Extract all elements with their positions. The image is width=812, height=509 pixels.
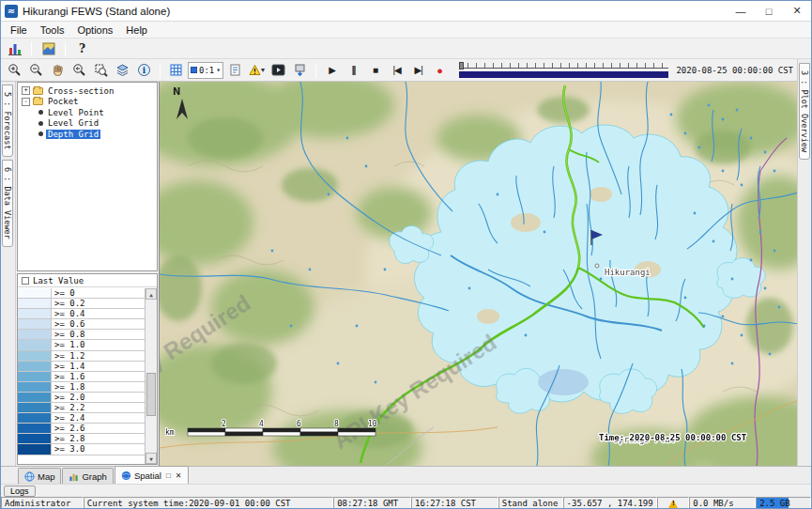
minimize-button[interactable]: — [727, 1, 755, 21]
tab-spatial[interactable]: Spatial □ ✕ [115, 466, 189, 484]
tree-item-pocket[interactable]: - Pocket [18, 97, 157, 108]
zoom-out-button[interactable] [26, 61, 46, 80]
legend-row[interactable]: >= 1.6 [18, 372, 145, 382]
main-toolbar: ? [1, 39, 811, 59]
export-animation-button[interactable] [290, 61, 310, 80]
animation-window-button[interactable] [268, 61, 288, 80]
layers-button[interactable] [113, 61, 132, 80]
thresholds-dropdown-button[interactable]: ▾ [247, 61, 267, 80]
window-title: Hikurangi FEWS (Stand alone) [23, 6, 170, 17]
legend-row[interactable]: >= 2.8 [18, 434, 145, 444]
play-button[interactable]: ▶ [322, 61, 342, 80]
tree-item-level-point[interactable]: Level Point [18, 107, 157, 118]
tab-graph[interactable]: Graph [62, 468, 113, 484]
last-value-checkbox[interactable] [22, 277, 29, 285]
tab-data-viewer[interactable]: 6 : Data Viewer [2, 160, 13, 247]
legend-row[interactable]: >= 2.0 [18, 393, 145, 403]
legend-row[interactable]: >= 1.2 [18, 351, 145, 362]
scroll-down-icon[interactable]: ▼ [146, 453, 157, 464]
zoom-in-button[interactable] [5, 61, 24, 80]
tab-graph-label: Graph [82, 471, 106, 482]
legend-label: >= 2.4 [52, 413, 145, 423]
timeline-handle[interactable] [459, 62, 464, 69]
legend-row[interactable]: >= 0.8 [18, 330, 145, 340]
tree-item-level-grid[interactable]: Level Grid [18, 118, 157, 130]
tree-item-depth-grid[interactable]: Depth Grid [18, 129, 157, 140]
tab-map[interactable]: Map [18, 468, 61, 484]
status-memory[interactable]: 2.5 GB [756, 497, 811, 509]
status-local-time: 16:27:18 CST [411, 497, 498, 509]
legend-label: >= 1.6 [52, 372, 145, 381]
zoom-extent-button[interactable] [91, 61, 111, 80]
tree-item-cross-section[interactable]: + Cross-section [18, 85, 157, 97]
step-forward-icon: ▶| [414, 65, 421, 75]
status-warning-cell[interactable]: ! [657, 497, 689, 509]
expand-icon[interactable]: + [22, 86, 30, 95]
info-button[interactable]: i [134, 61, 154, 80]
legend-row[interactable]: >= 0.2 [18, 299, 145, 309]
toolbar-separator [65, 41, 66, 56]
legend-row[interactable]: >= 0.6 [18, 319, 145, 330]
map-display-button[interactable] [38, 39, 58, 58]
chevron-down-icon: ▾ [216, 66, 221, 74]
status-system-time: Current system time:2020-09-01 00:00 CST [84, 497, 333, 509]
main-area: 5 : Forecast 6 : Data Viewer + Cross-sec… [1, 82, 797, 466]
legend-swatch [18, 288, 52, 298]
logs-button[interactable]: Logs [4, 486, 36, 497]
step-back-button[interactable]: |◀ [387, 61, 406, 80]
timeline-slider[interactable] [459, 62, 668, 79]
document-icon [228, 63, 242, 77]
pause-button[interactable]: || [344, 61, 363, 80]
scroll-up-icon[interactable]: ▲ [146, 288, 157, 300]
legend-swatch [18, 299, 52, 308]
class-breaks-dropdown[interactable]: 0:1 ▾ [188, 62, 223, 79]
legend-swatch [18, 403, 52, 412]
legend-swatch [18, 413, 52, 423]
grid-display-button[interactable] [166, 61, 186, 80]
legend-row[interactable]: >= 0.4 [18, 309, 145, 319]
stop-button[interactable]: ■ [365, 61, 385, 80]
menu-help[interactable]: Help [119, 23, 154, 37]
menu-tools[interactable]: Tools [34, 23, 71, 37]
menu-options[interactable]: Options [70, 23, 119, 37]
legend-label: >= 3.0 [52, 444, 145, 454]
menu-file[interactable]: File [4, 23, 34, 37]
town-point [595, 264, 599, 268]
legend-row[interactable]: >= 2.4 [18, 413, 145, 424]
collapse-icon[interactable]: - [22, 98, 30, 106]
close-button[interactable]: ✕ [783, 1, 811, 21]
profile-button[interactable] [225, 61, 245, 80]
record-button[interactable]: ● [430, 61, 450, 80]
layers-icon [115, 63, 130, 77]
class-color-icon [191, 67, 197, 73]
title-bar[interactable]: ≈ Hikurangi FEWS (Stand alone) — □ ✕ [1, 1, 811, 22]
explorer-button[interactable] [5, 39, 24, 58]
legend-row[interactable]: >= 3.0 [18, 444, 145, 455]
zoom-previous-button[interactable] [69, 61, 89, 80]
legend-row[interactable]: >= 0 [18, 288, 145, 299]
legend-row[interactable]: >= 1.8 [18, 382, 145, 393]
legend-row[interactable]: >= 1.4 [18, 362, 145, 372]
layer-tree: + Cross-section - Pocket Level Point Lev… [17, 82, 158, 271]
help-button[interactable]: ? [72, 39, 92, 58]
legend-row[interactable]: >= 2.2 [18, 403, 145, 413]
legend-scrollbar[interactable]: ▲ ▼ [145, 288, 157, 464]
scrollbar-thumb[interactable] [146, 373, 156, 416]
legend-label: >= 0 [52, 288, 145, 298]
legend-label: >= 2.2 [52, 403, 145, 412]
tab-forecast[interactable]: 5 : Forecast [2, 85, 13, 157]
tab-plot-overview[interactable]: 3 : Plot Overview [799, 63, 810, 160]
tree-item-label: Level Point [46, 108, 106, 117]
scale-bar-segments [188, 428, 375, 436]
step-forward-button[interactable]: ▶| [408, 61, 428, 80]
legend-row[interactable]: >= 2.6 [18, 424, 145, 434]
legend-row[interactable]: >= 1.0 [18, 340, 145, 350]
panel-close-icon[interactable]: ✕ [176, 471, 182, 480]
map-canvas[interactable]: API Key Required API Key Required Hikura… [159, 82, 797, 466]
panel-restore-icon[interactable]: □ [166, 471, 171, 480]
maximize-button[interactable]: □ [755, 1, 783, 21]
timeline-range-bar[interactable] [459, 71, 668, 78]
record-icon: ● [437, 65, 443, 76]
pan-button[interactable] [48, 61, 68, 80]
help-icon: ? [79, 42, 85, 55]
